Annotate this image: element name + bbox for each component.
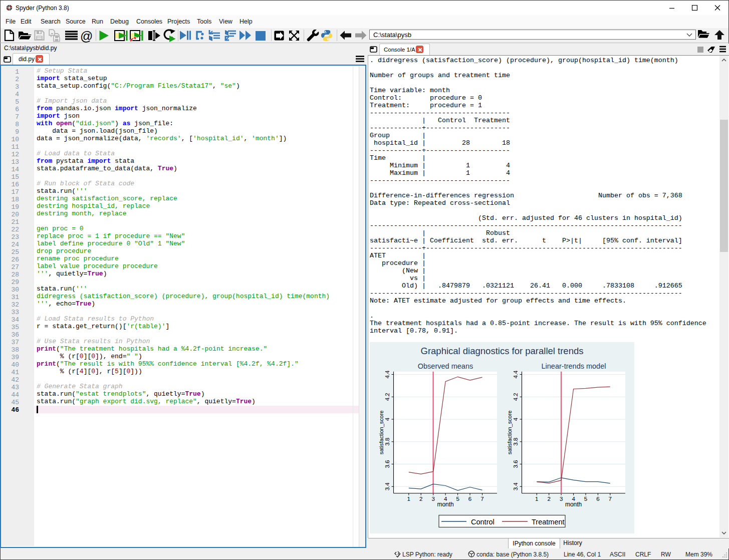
svg-text:3.4: 3.4 (384, 482, 390, 491)
svg-text:5: 5 (456, 496, 459, 502)
svg-text:6: 6 (468, 496, 471, 502)
svg-text:Treatment: Treatment (532, 518, 565, 526)
svg-text:3: 3 (560, 496, 563, 502)
svg-text:4: 4 (513, 417, 519, 421)
svg-text:month: month (437, 501, 453, 508)
svg-text:3.6: 3.6 (384, 460, 390, 468)
svg-text:satisfaction_score: satisfaction_score (378, 410, 384, 454)
svg-text:4: 4 (384, 417, 390, 421)
svg-text:satisfaction_score: satisfaction_score (507, 410, 513, 454)
svg-text:Observed means: Observed means (418, 362, 473, 370)
svg-text:1: 1 (535, 496, 538, 502)
svg-text:4.4: 4.4 (384, 370, 390, 379)
svg-text:6: 6 (596, 496, 599, 502)
svg-text:3.6: 3.6 (513, 460, 519, 468)
svg-text:Graphical diagnostics for para: Graphical diagnostics for parallel trend… (421, 346, 584, 356)
svg-text:3.8: 3.8 (384, 438, 390, 446)
svg-text:3.8: 3.8 (513, 438, 519, 446)
svg-text:2: 2 (547, 496, 550, 502)
svg-text:3: 3 (431, 496, 434, 502)
svg-text:5: 5 (584, 496, 587, 502)
svg-text:7: 7 (609, 496, 612, 502)
svg-text:month: month (565, 501, 582, 508)
svg-text:4.2: 4.2 (513, 393, 519, 401)
svg-text:1: 1 (407, 496, 410, 502)
svg-text:Linear-trends model: Linear-trends model (542, 362, 606, 370)
svg-text:7: 7 (480, 496, 483, 502)
svg-text:Control: Control (471, 518, 495, 526)
svg-text:4.2: 4.2 (384, 393, 390, 401)
svg-text:4.4: 4.4 (513, 370, 519, 379)
svg-text:3.4: 3.4 (513, 482, 519, 491)
svg-text:2: 2 (419, 496, 422, 502)
